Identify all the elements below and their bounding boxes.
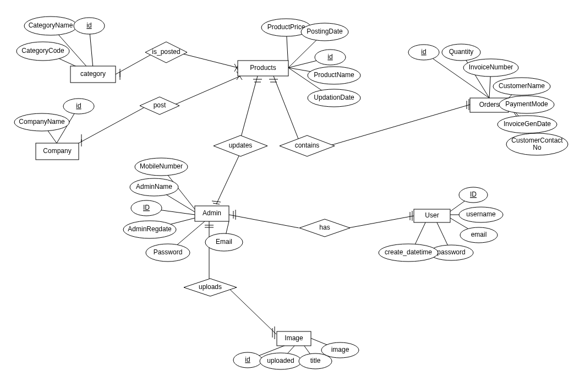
relationship-is-posted: is_posted bbox=[145, 42, 187, 63]
attr-admin-adminname: AdminName bbox=[130, 178, 178, 196]
relationship-has: has bbox=[299, 219, 350, 237]
relationship-label: uploads bbox=[199, 283, 222, 291]
svg-line-50 bbox=[348, 216, 414, 228]
svg-text:MobileNumber: MobileNumber bbox=[140, 162, 183, 170]
svg-line-47 bbox=[229, 215, 299, 228]
entity-user: User bbox=[414, 209, 450, 222]
svg-line-6 bbox=[177, 52, 238, 68]
entity-label: Admin bbox=[203, 209, 221, 217]
attr-products-postingdate: PostingDate bbox=[301, 23, 348, 41]
relationship-label: has bbox=[319, 224, 330, 231]
svg-text:image: image bbox=[331, 346, 349, 353]
svg-text:title: title bbox=[310, 357, 321, 364]
svg-text:ProductPrice: ProductPrice bbox=[267, 23, 305, 31]
svg-text:id: id bbox=[76, 102, 81, 110]
attr-products-id: id bbox=[315, 50, 346, 65]
svg-text:PaymentMode: PaymentMode bbox=[505, 100, 548, 108]
relationship-post: post bbox=[140, 97, 179, 115]
svg-text:InvoiceGenDate: InvoiceGenDate bbox=[504, 120, 551, 128]
attr-category-id: id bbox=[74, 18, 105, 34]
svg-text:PostingDate: PostingDate bbox=[307, 28, 343, 35]
attr-image-image: image bbox=[321, 342, 359, 358]
attr-orders-customercontactno: CustomerContact No bbox=[506, 133, 568, 155]
attr-admin-email: Email bbox=[205, 233, 243, 251]
svg-text:CompanyName: CompanyName bbox=[19, 118, 65, 126]
attr-orders-invoicegendate: InvoiceGenDate bbox=[498, 116, 557, 133]
svg-text:id: id bbox=[327, 53, 332, 61]
svg-text:id: id bbox=[86, 21, 91, 29]
attr-category-categorycode: CategoryCode bbox=[17, 42, 69, 61]
svg-text:create_datetime: create_datetime bbox=[385, 248, 432, 256]
entity-label: Company bbox=[43, 147, 71, 155]
attr-user-createdatetime: create_datetime bbox=[379, 244, 438, 262]
entity-category: category bbox=[70, 66, 116, 83]
attr-products-productname: ProductName bbox=[308, 67, 360, 84]
attr-user-username: username bbox=[459, 207, 503, 222]
svg-text:ID: ID bbox=[143, 204, 150, 211]
attr-products-updationdate: UpdationDate bbox=[308, 89, 360, 107]
svg-text:InvoiceNumber: InvoiceNumber bbox=[469, 63, 513, 71]
attr-orders-customername: CustomerName bbox=[493, 78, 550, 95]
svg-text:password: password bbox=[437, 248, 465, 256]
er-diagram: category Company Products Orders Admin U… bbox=[0, 0, 574, 392]
svg-text:AdminRegdate: AdminRegdate bbox=[128, 225, 172, 233]
entity-label: category bbox=[80, 70, 106, 78]
svg-text:CategoryCode: CategoryCode bbox=[21, 47, 64, 55]
entity-company: Company bbox=[36, 143, 79, 160]
attr-admin-mobilenumber: MobileNumber bbox=[135, 158, 188, 176]
svg-line-14 bbox=[172, 76, 240, 106]
attr-user-email: email bbox=[460, 227, 498, 243]
svg-line-22 bbox=[240, 76, 258, 139]
svg-line-56 bbox=[228, 287, 276, 334]
svg-text:ID: ID bbox=[470, 190, 477, 198]
svg-text:No: No bbox=[533, 144, 542, 151]
attr-admin-password: Password bbox=[146, 244, 190, 262]
svg-text:Quantity: Quantity bbox=[449, 48, 474, 56]
attr-orders-id: id bbox=[408, 45, 439, 60]
svg-text:UpdationDate: UpdationDate bbox=[314, 94, 354, 101]
attr-category-categoryname: CategoryName bbox=[24, 17, 77, 35]
svg-text:Email: Email bbox=[216, 238, 232, 246]
svg-text:CustomerName: CustomerName bbox=[499, 82, 545, 90]
entity-label: Image bbox=[285, 334, 303, 342]
svg-line-31 bbox=[329, 105, 470, 146]
attr-orders-paymentmode: PaymentMode bbox=[499, 96, 554, 113]
entity-label: Orders bbox=[479, 101, 500, 108]
attr-company-id: id bbox=[63, 99, 94, 114]
attr-user-id: ID bbox=[459, 187, 488, 203]
svg-text:CustomerContact: CustomerContact bbox=[511, 137, 563, 144]
attr-image-uploaded: uploaded bbox=[260, 353, 302, 369]
entity-label: User bbox=[425, 211, 439, 219]
svg-line-28 bbox=[274, 76, 298, 139]
svg-text:ProductName: ProductName bbox=[314, 71, 354, 79]
svg-text:AdminName: AdminName bbox=[136, 183, 172, 190]
entity-admin: Admin bbox=[195, 206, 229, 221]
svg-text:Password: Password bbox=[154, 248, 183, 256]
entity-label: Products bbox=[250, 64, 276, 72]
svg-line-3 bbox=[116, 52, 155, 74]
relationship-contains: contains bbox=[280, 135, 335, 156]
svg-text:username: username bbox=[466, 210, 496, 218]
attr-admin-id: ID bbox=[131, 200, 162, 216]
svg-text:id: id bbox=[245, 356, 250, 363]
attr-orders-quantity: Quantity bbox=[442, 44, 480, 61]
relationship-label: post bbox=[154, 101, 166, 109]
entity-image: Image bbox=[277, 331, 311, 346]
svg-text:email: email bbox=[471, 231, 487, 238]
relationship-updates: updates bbox=[214, 135, 267, 156]
svg-text:uploaded: uploaded bbox=[267, 357, 294, 364]
relationship-label: contains bbox=[295, 141, 320, 149]
relationship-label: is_posted bbox=[152, 48, 180, 56]
attr-company-companyname: CompanyName bbox=[14, 113, 69, 131]
attr-orders-invoicenumber: InvoiceNumber bbox=[463, 59, 518, 77]
svg-text:id: id bbox=[421, 48, 426, 56]
svg-line-26 bbox=[212, 201, 221, 202]
attr-admin-adminregdate: AdminRegdate bbox=[123, 221, 176, 238]
relationship-label: updates bbox=[229, 141, 253, 149]
svg-line-25 bbox=[216, 153, 240, 204]
svg-text:CategoryName: CategoryName bbox=[29, 21, 73, 29]
attr-image-id: id bbox=[233, 352, 262, 368]
relationship-uploads: uploads bbox=[184, 279, 237, 296]
entity-products: Products bbox=[238, 61, 288, 76]
